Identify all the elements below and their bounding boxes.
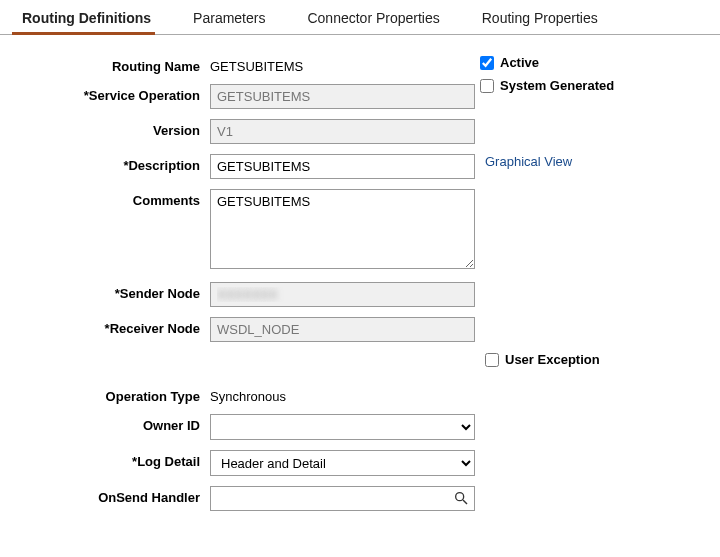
version-field	[210, 119, 475, 144]
owner-id-select[interactable]	[210, 414, 475, 440]
user-exception-label: User Exception	[505, 352, 600, 367]
tab-connector-properties[interactable]: Connector Properties	[293, 0, 467, 34]
sender-node-field	[210, 282, 475, 307]
active-checkbox[interactable]	[480, 56, 494, 70]
tab-bar: Routing Definitions Parameters Connector…	[0, 0, 720, 35]
service-operation-label: *Service Operation	[10, 84, 210, 103]
comments-label: Comments	[10, 189, 210, 208]
user-exception-checkbox[interactable]	[485, 353, 499, 367]
version-label: Version	[10, 119, 210, 138]
onsend-handler-field[interactable]	[210, 486, 475, 511]
top-right-checkboxes: Active System Generated	[480, 55, 614, 101]
active-label: Active	[500, 55, 539, 70]
routing-name-label: Routing Name	[10, 55, 210, 74]
graphical-view-link[interactable]: Graphical View	[485, 154, 572, 169]
tab-routing-definitions[interactable]: Routing Definitions	[8, 0, 179, 34]
tab-routing-properties[interactable]: Routing Properties	[468, 0, 626, 34]
receiver-node-field	[210, 317, 475, 342]
comments-field[interactable]: GETSUBITEMS	[210, 189, 475, 269]
system-generated-checkbox[interactable]	[480, 79, 494, 93]
tab-parameters[interactable]: Parameters	[179, 0, 293, 34]
svg-line-1	[463, 500, 467, 504]
operation-type-label: Operation Type	[10, 385, 210, 404]
log-detail-label: *Log Detail	[10, 450, 210, 469]
receiver-node-label: *Receiver Node	[10, 317, 210, 336]
description-label: *Description	[10, 154, 210, 173]
form-area: Active System Generated Routing Name GET…	[0, 35, 720, 531]
operation-type-value: Synchronous	[210, 385, 475, 404]
owner-id-label: Owner ID	[10, 414, 210, 433]
log-detail-select[interactable]: Header and Detail	[210, 450, 475, 476]
onsend-handler-label: OnSend Handler	[10, 486, 210, 505]
search-icon[interactable]	[453, 490, 469, 506]
service-operation-field	[210, 84, 475, 109]
routing-name-value: GETSUBITEMS	[210, 55, 475, 74]
system-generated-label: System Generated	[500, 78, 614, 93]
svg-point-0	[456, 493, 464, 501]
description-field[interactable]	[210, 154, 475, 179]
sender-node-label: *Sender Node	[10, 282, 210, 301]
